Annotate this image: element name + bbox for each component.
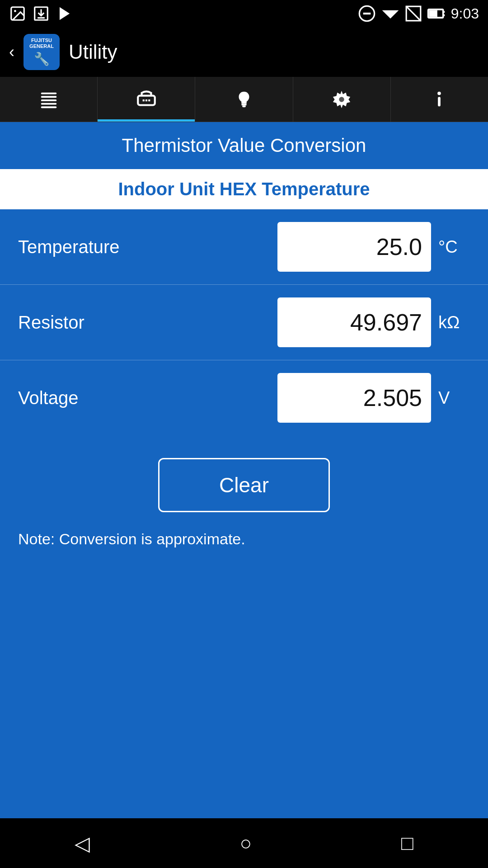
image-icon	[9, 5, 26, 22]
app-title: Utility	[69, 41, 117, 63]
svg-marker-5	[60, 7, 70, 20]
nav-back-button[interactable]: ◁	[75, 832, 90, 855]
battery-icon	[427, 4, 446, 24]
temperature-input[interactable]	[277, 222, 431, 272]
status-bar-left	[9, 5, 73, 22]
nav-home-button[interactable]: ○	[239, 832, 252, 854]
svg-rect-16	[41, 96, 56, 98]
resistor-input-area: kΩ	[145, 297, 470, 347]
wifi-icon	[380, 4, 400, 24]
dnd-icon	[358, 5, 376, 23]
section-header-text: Indoor Unit HEX Temperature	[118, 179, 370, 199]
note-text: Note: Conversion is approximate.	[14, 530, 250, 548]
nav-recent-button[interactable]: □	[401, 832, 413, 854]
temperature-input-area: °C	[145, 222, 470, 272]
resistor-input[interactable]	[277, 297, 431, 347]
tab-settings[interactable]	[293, 77, 391, 122]
section-header: Indoor Unit HEX Temperature	[0, 169, 488, 209]
lightbulb-icon	[234, 89, 254, 110]
tab-tips[interactable]	[195, 77, 293, 122]
app-logo-wrench-icon: 🔧	[34, 52, 50, 66]
status-bar-right: 9:03	[358, 4, 479, 24]
app-bar: ‹ FUJITSUGENERAL 🔧 Utility	[0, 27, 488, 77]
buttons-area: Clear Note: Conversion is approximate.	[0, 435, 488, 566]
svg-rect-29	[438, 97, 441, 106]
svg-rect-17	[41, 99, 56, 101]
list-icon	[38, 89, 59, 110]
page-title: Thermistor Value Conversion	[14, 135, 474, 156]
clear-button[interactable]: Clear	[158, 458, 330, 512]
svg-rect-15	[41, 92, 56, 94]
svg-marker-8	[382, 10, 399, 19]
main-content: Thermistor Value Conversion Indoor Unit …	[0, 122, 488, 868]
voltage-input-area: V	[145, 373, 470, 423]
page-title-bar: Thermistor Value Conversion	[0, 122, 488, 169]
tab-info[interactable]	[391, 77, 488, 122]
resistor-label: Resistor	[18, 312, 145, 333]
info-icon	[429, 89, 450, 110]
app-logo-text: FUJITSUGENERAL	[25, 38, 58, 49]
resistor-row: Resistor kΩ	[0, 285, 488, 360]
tab-bar	[0, 77, 488, 122]
gear-icon	[331, 89, 352, 110]
temperature-row: Temperature °C	[0, 209, 488, 285]
voltage-label: Voltage	[18, 388, 145, 408]
svg-line-10	[406, 6, 421, 21]
app-logo: FUJITSUGENERAL 🔧	[23, 34, 60, 70]
download-icon	[33, 5, 50, 22]
svg-point-28	[438, 91, 441, 95]
temperature-unit: °C	[438, 237, 470, 257]
svg-point-1	[14, 10, 16, 12]
signal-icon	[405, 5, 422, 22]
time-display: 9:03	[451, 5, 479, 22]
voltage-input[interactable]	[277, 373, 431, 423]
data-section: Temperature °C Resistor kΩ Voltage	[0, 209, 488, 435]
tab-list[interactable]	[0, 77, 98, 122]
temperature-label: Temperature	[18, 237, 145, 257]
tab-tools[interactable]	[98, 77, 195, 122]
resistor-unit: kΩ	[438, 313, 470, 332]
voltage-row: Voltage V	[0, 360, 488, 435]
svg-point-27	[339, 97, 344, 102]
svg-rect-18	[41, 103, 56, 104]
tools-icon	[135, 88, 158, 111]
play-store-icon	[56, 5, 73, 22]
svg-rect-19	[41, 106, 56, 108]
svg-rect-25	[242, 105, 246, 107]
back-button[interactable]: ‹	[9, 42, 14, 61]
bottom-nav-bar: ◁ ○ □	[0, 818, 488, 868]
svg-rect-14	[429, 10, 437, 17]
svg-rect-24	[241, 104, 247, 105]
voltage-unit: V	[438, 388, 470, 408]
status-bar: 9:03	[0, 0, 488, 27]
